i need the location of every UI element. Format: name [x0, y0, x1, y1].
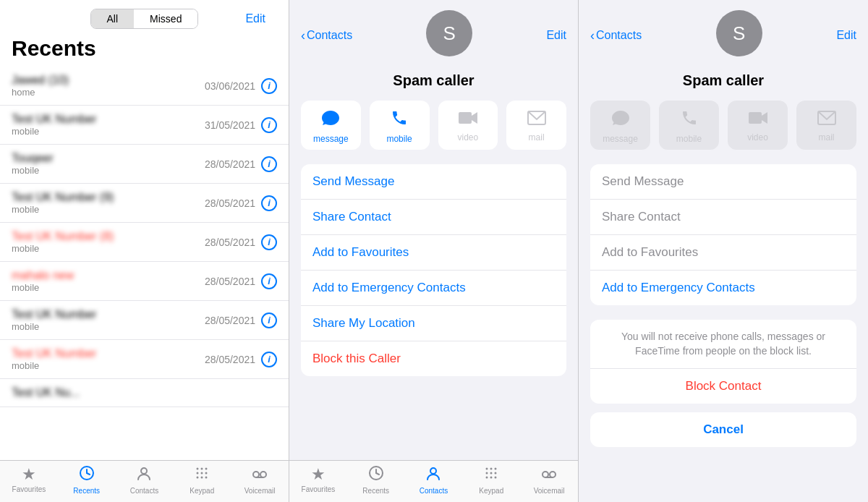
recent-name: Test UK Number — [12, 308, 205, 321]
mobile-action-label: mobile — [386, 134, 412, 144]
recent-item[interactable]: Test UK Number mobile 28/05/2021 i — [0, 301, 289, 340]
recent-item[interactable]: Touqeer mobile 28/05/2021 i — [0, 145, 289, 184]
block-contact-button[interactable]: Block Contact — [590, 369, 856, 404]
info-button[interactable]: i — [261, 78, 277, 94]
recents-header: All Missed Edit — [0, 0, 289, 33]
nav-avatar-area-p3: S — [642, 10, 836, 61]
contact-name: Spam caller — [393, 72, 474, 89]
tab-recents[interactable]: Recents — [58, 465, 116, 495]
svg-point-28 — [486, 477, 488, 479]
mobile-action-button[interactable]: mobile — [370, 101, 430, 150]
recent-date: 28/05/2021 — [205, 237, 255, 248]
recent-info: Test UK Number mobile — [12, 113, 205, 137]
tab-bar: ★ Favourites Recents Contacts — [0, 460, 289, 502]
contact-edit-button-p3[interactable]: Edit — [836, 29, 856, 42]
keypad-icon — [194, 465, 210, 485]
tab-voicemail-p2[interactable]: Voicemail — [520, 465, 578, 495]
send-message-menu-item[interactable]: Send Message — [301, 164, 566, 200]
recent-name: Test UK Number (9) — [12, 191, 205, 204]
filter-all-button[interactable]: All — [91, 9, 135, 28]
recent-item[interactable]: Test UK Number (8) mobile 28/05/2021 i — [0, 223, 289, 262]
share-location-menu-item[interactable]: Share My Location — [301, 306, 566, 341]
svg-point-7 — [197, 472, 199, 475]
action-icons-row: message mobile video — [289, 101, 578, 158]
block-warning-text: You will not receive phone calls, messag… — [590, 320, 856, 369]
tab-keypad-p2[interactable]: Keypad — [462, 465, 520, 495]
mail-icon — [527, 109, 546, 129]
recents-edit-button[interactable]: Edit — [245, 12, 265, 25]
message-action-button[interactable]: message — [301, 101, 361, 150]
recent-type: mobile — [12, 321, 205, 332]
info-button[interactable]: i — [261, 352, 277, 367]
cancel-section: Cancel — [590, 412, 856, 447]
block-caller-menu-item[interactable]: Block this Caller — [301, 341, 566, 376]
info-button[interactable]: i — [261, 117, 277, 133]
recents-list: Jawed (10) home 03/06/2021 i Test UK Num… — [0, 67, 289, 460]
tab-favourites-label-p2: Favourites — [302, 485, 336, 493]
back-to-contacts-button-p3[interactable]: ‹ Contacts — [590, 28, 642, 43]
svg-point-29 — [490, 477, 493, 479]
contact-name-p3: Spam caller — [683, 72, 764, 89]
video-icon-p3 — [748, 109, 768, 129]
tab-favourites[interactable]: ★ Favourites — [0, 465, 58, 495]
recent-name: mahalo new — [12, 269, 205, 282]
mail-action-label-p3: mail — [818, 132, 834, 142]
tab-recents-p2[interactable]: Recents — [347, 465, 405, 495]
info-button[interactable]: i — [261, 156, 277, 172]
recent-item[interactable]: mahalo new mobile 28/05/2021 i — [0, 262, 289, 301]
tab-voicemail-label-p2: Voicemail — [534, 487, 565, 495]
recent-info: Touqeer mobile — [12, 152, 205, 176]
svg-point-25 — [486, 472, 488, 475]
info-button[interactable]: i — [261, 273, 277, 289]
svg-point-26 — [490, 472, 493, 475]
recent-info: Test UK Nu... — [12, 386, 277, 399]
svg-rect-34 — [749, 112, 762, 124]
filter-missed-button[interactable]: Missed — [134, 9, 197, 28]
recent-name: Test UK Number — [12, 347, 205, 360]
voicemail-icon — [252, 465, 268, 485]
add-to-emergency-menu-item[interactable]: Add to Emergency Contacts — [301, 271, 566, 306]
recent-date: 28/05/2021 — [205, 276, 255, 287]
recent-date: 28/05/2021 — [205, 354, 255, 365]
mail-action-button[interactable]: mail — [506, 101, 566, 150]
svg-rect-16 — [459, 112, 472, 124]
tab-voicemail[interactable]: Voicemail — [231, 465, 289, 495]
add-to-emergency-p3[interactable]: Add to Emergency Contacts — [590, 271, 856, 305]
share-contact-menu-item[interactable]: Share Contact — [301, 200, 566, 235]
recent-item[interactable]: Test UK Number (9) mobile 28/05/2021 i — [0, 184, 289, 223]
recent-item[interactable]: Test UK Nu... — [0, 379, 289, 407]
recent-item[interactable]: Test UK Number mobile 28/05/2021 i — [0, 340, 289, 379]
mobile-action-label-p3: mobile — [676, 134, 702, 144]
contact-header: Spam caller — [289, 67, 578, 101]
favourites-icon: ★ — [22, 465, 36, 484]
contacts-icon-p2 — [425, 465, 441, 485]
block-menu-section: Send Message Share Contact Add to Favour… — [590, 164, 856, 305]
add-to-favourites-menu-item[interactable]: Add to Favourites — [301, 235, 566, 271]
avatar-initial: S — [443, 22, 456, 45]
recent-type: mobile — [12, 282, 205, 293]
info-button[interactable]: i — [261, 312, 277, 328]
info-button[interactable]: i — [261, 195, 277, 211]
cancel-button[interactable]: Cancel — [590, 412, 856, 447]
info-button[interactable]: i — [261, 234, 277, 250]
contact-edit-button[interactable]: Edit — [546, 29, 566, 42]
tab-keypad[interactable]: Keypad — [173, 465, 231, 495]
svg-point-3 — [141, 468, 147, 474]
avatar-initial-p3: S — [733, 22, 745, 45]
mobile-action-p3: mobile — [659, 101, 719, 150]
recent-item[interactable]: Test UK Number mobile 31/05/2021 i — [0, 106, 289, 145]
svg-point-9 — [205, 472, 208, 475]
recent-info: Test UK Number mobile — [12, 308, 205, 332]
tab-keypad-label-p2: Keypad — [479, 487, 503, 495]
tab-favourites-p2[interactable]: ★ Favourites — [289, 465, 347, 495]
tab-contacts[interactable]: Contacts — [116, 465, 174, 495]
recent-name: Test UK Number (8) — [12, 230, 205, 243]
video-action-label: video — [458, 132, 479, 142]
phone-icon-p3 — [681, 109, 698, 131]
video-action-button[interactable]: video — [438, 101, 498, 150]
recents-panel: All Missed Edit Recents Jawed (10) home … — [0, 0, 289, 502]
tab-contacts-p2[interactable]: Contacts — [405, 465, 463, 495]
recent-item[interactable]: Jawed (10) home 03/06/2021 i — [0, 67, 289, 106]
tab-favourites-label: Favourites — [12, 485, 46, 493]
back-to-contacts-button[interactable]: ‹ Contacts — [301, 28, 352, 43]
